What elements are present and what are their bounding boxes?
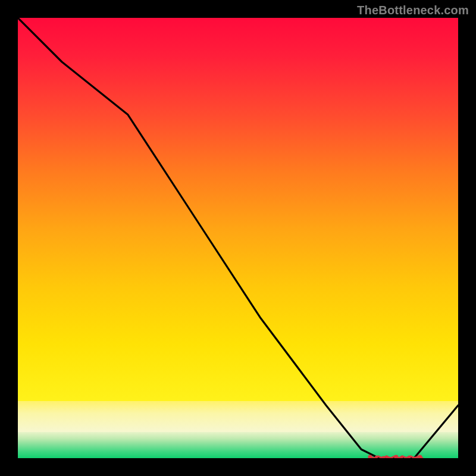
plot-background	[18, 18, 458, 458]
chart-container: TheBottleneck.com	[0, 0, 476, 476]
gradient-green	[18, 432, 458, 458]
plot-area	[18, 18, 458, 458]
gradient-main	[18, 18, 458, 401]
attribution-label: TheBottleneck.com	[357, 4, 469, 17]
gradient-pale	[18, 401, 458, 432]
